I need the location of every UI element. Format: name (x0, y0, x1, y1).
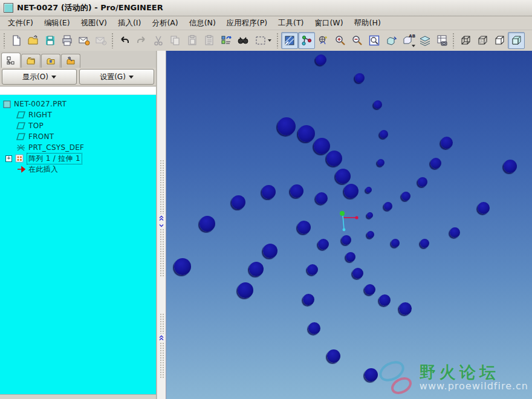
splitter-grip[interactable] (160, 160, 164, 214)
menu-info[interactable]: 信息(N) (184, 17, 221, 30)
sphere-feature[interactable] (316, 54, 326, 65)
sphere-feature[interactable] (355, 73, 365, 83)
sphere-feature[interactable] (308, 322, 320, 334)
datum-axis-display-toggle[interactable] (298, 32, 315, 49)
sphere-feature[interactable] (418, 177, 427, 187)
sphere-feature[interactable] (384, 202, 392, 210)
sphere-feature[interactable] (366, 187, 372, 193)
sphere-feature[interactable] (399, 302, 412, 315)
sphere-feature[interactable] (401, 192, 410, 201)
toolbar-grip[interactable] (3, 33, 6, 48)
sphere-feature[interactable] (367, 212, 373, 218)
sphere-feature[interactable] (367, 231, 374, 238)
sphere-feature[interactable] (391, 239, 400, 247)
open-folder-button[interactable] (25, 32, 42, 49)
zoom-out-button[interactable] (349, 32, 366, 49)
sphere-feature[interactable] (238, 282, 253, 298)
toolbar-grip[interactable] (276, 33, 279, 48)
hidden-line-display-button[interactable] (474, 32, 491, 49)
splitter-grip[interactable] (160, 342, 164, 378)
sphere-feature[interactable] (174, 258, 191, 275)
sphere-feature[interactable] (430, 158, 441, 169)
sphere-feature[interactable] (316, 192, 328, 204)
app-icon[interactable] (4, 3, 13, 13)
sphere-feature[interactable] (314, 138, 330, 154)
settings-dropdown-button[interactable]: 设置(G) (79, 69, 154, 85)
cut-button[interactable] (150, 32, 167, 49)
zoom-in-button[interactable] (332, 32, 349, 49)
menu-file[interactable]: 文件(F) (2, 17, 39, 30)
sphere-feature[interactable] (346, 252, 355, 262)
sphere-feature[interactable] (478, 202, 490, 214)
sphere-feature[interactable] (199, 216, 215, 232)
tree-item-part[interactable]: NET-0027.PRT (0, 99, 156, 109)
sphere-feature[interactable] (377, 159, 384, 166)
panel-splitter[interactable] (157, 51, 166, 399)
new-file-button[interactable] (8, 32, 25, 49)
sphere-feature[interactable] (344, 184, 358, 198)
menu-analysis[interactable]: 分析(A) (146, 17, 183, 30)
sphere-feature[interactable] (277, 117, 296, 135)
sphere-feature[interactable] (336, 169, 351, 184)
tab-favorites[interactable] (41, 54, 60, 68)
paste-special-button[interactable] (201, 32, 218, 49)
undo-button[interactable] (116, 32, 133, 49)
expand-icon[interactable]: + (5, 155, 12, 162)
sphere-feature[interactable] (380, 130, 388, 138)
sphere-feature[interactable] (450, 227, 460, 238)
tree-item-insert-here[interactable]: 在此插入 (0, 164, 156, 175)
menu-view[interactable]: 视图(V) (76, 17, 112, 30)
sphere-feature[interactable] (307, 264, 318, 275)
refit-button[interactable] (366, 32, 383, 49)
save-button[interactable] (42, 32, 59, 49)
sphere-feature[interactable] (298, 125, 315, 142)
sphere-feature[interactable] (303, 294, 314, 305)
sphere-feature[interactable] (379, 294, 391, 306)
tree-item-top-plane[interactable]: TOP (0, 120, 156, 131)
paste-button[interactable] (184, 32, 201, 49)
menu-tools[interactable]: 工具(T) (273, 17, 309, 30)
sphere-feature[interactable] (262, 185, 276, 199)
tree-item-front-plane[interactable]: FRONT (0, 131, 156, 142)
sphere-feature[interactable] (290, 184, 303, 198)
datum-plane-display-toggle[interactable] (281, 32, 298, 49)
find-button[interactable] (235, 32, 251, 49)
sphere-feature[interactable] (249, 262, 264, 276)
sphere-feature[interactable] (327, 349, 340, 363)
tab-model-tree[interactable] (1, 53, 21, 68)
tab-folder-browser[interactable] (21, 54, 41, 68)
named-views-button[interactable]: AB (400, 32, 417, 49)
copy-button[interactable] (167, 32, 184, 49)
shaded-display-button[interactable] (508, 32, 525, 49)
sphere-feature[interactable] (326, 151, 342, 166)
view-manager-button[interactable] (433, 32, 450, 49)
show-dropdown-button[interactable]: 显示(O) (2, 69, 77, 85)
sphere-feature[interactable] (365, 284, 375, 295)
tab-connections[interactable] (61, 54, 80, 68)
menu-insert[interactable]: 插入(I) (112, 17, 146, 30)
sphere-feature[interactable] (263, 244, 277, 258)
collapse-up-icon[interactable] (159, 215, 164, 221)
splitter-grip[interactable] (160, 313, 164, 334)
tree-item-right-plane[interactable]: RIGHT (0, 109, 156, 120)
menu-help[interactable]: 帮助(H) (349, 17, 386, 30)
viewport[interactable]: 野火论坛 www.proewildfire.cn (166, 51, 532, 399)
reorient-view-button[interactable] (383, 32, 400, 49)
menu-applications[interactable]: 应用程序(P) (221, 17, 273, 30)
sphere-feature[interactable] (441, 137, 453, 149)
csys-marker[interactable] (336, 207, 365, 236)
menu-edit[interactable]: 编辑(E) (39, 17, 76, 30)
toolbar-grip[interactable] (452, 33, 455, 48)
regenerate-button[interactable] (218, 32, 235, 49)
sphere-feature[interactable] (352, 268, 363, 279)
wireframe-display-button[interactable] (457, 32, 474, 49)
print-button[interactable] (59, 32, 76, 49)
sphere-feature[interactable] (420, 239, 429, 248)
sphere-feature[interactable] (297, 221, 311, 234)
sphere-feature[interactable] (374, 100, 382, 109)
sphere-feature[interactable] (365, 368, 378, 381)
layers-button[interactable] (417, 32, 433, 49)
menu-window[interactable]: 窗口(W) (309, 17, 348, 30)
sphere-feature[interactable] (504, 160, 517, 173)
splitter-grip[interactable] (160, 229, 164, 277)
